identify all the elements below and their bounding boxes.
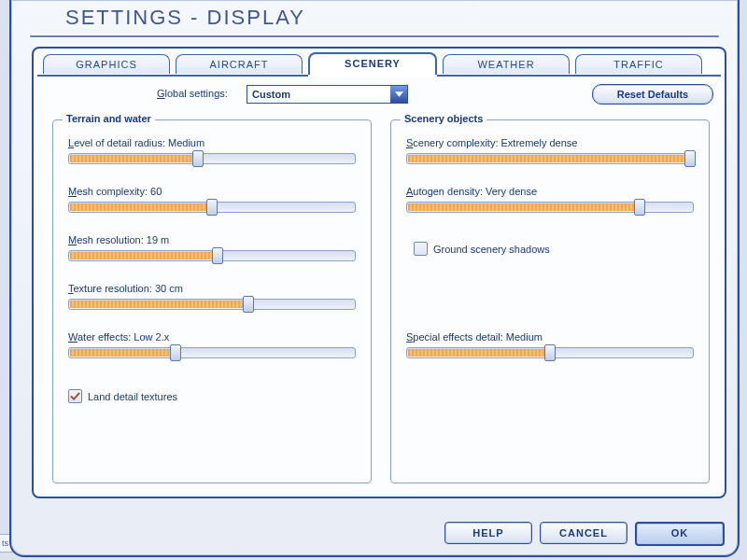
slider-label: Water effects: Low 2.x [68,331,356,343]
slider-thumb[interactable] [544,344,556,361]
window-title: SETTINGS - DISPLAY [65,6,305,30]
ground-scenery-shadows-checkbox[interactable]: Ground scenery shadows [414,242,550,256]
group-legend: Scenery objects [401,113,486,124]
slider-track[interactable] [68,200,356,213]
slider-track[interactable] [68,297,356,310]
tab-scenery[interactable]: SCENERY [308,52,437,75]
slider-label: Scenery complexity: Extremely dense [406,137,694,148]
scenery-slider-1: Autogen density: Very dense [406,186,694,213]
title-divider [30,35,719,37]
terrain-slider-1: Mesh complexity: 60 [68,186,356,213]
terrain-water-group: Terrain and water Level of detail radius… [52,119,372,483]
terrain-slider-2: Mesh resolution: 19 m [68,234,356,261]
slider-label: Texture resolution: 30 cm [68,283,356,294]
slider-thumb[interactable] [243,296,254,313]
special-effects-slider: Special effects detail: Medium [406,331,694,358]
settings-panel: GRAPHICSAIRCRAFTSCENERYWEATHERTRAFFIC Gl… [32,47,726,498]
global-settings-dropdown[interactable]: Custom [247,85,408,104]
slider-track[interactable] [68,345,356,358]
slider-track[interactable] [406,151,694,164]
tab-content-scenery: Global settings: Custom Reset Defaults T… [39,82,719,491]
scenery-objects-group: Scenery objects Scenery complexity: Extr… [390,119,710,483]
footer-buttons: HELP CANCEL OK [444,522,725,546]
slider-track[interactable] [406,200,694,213]
checkbox-label: Land detail textures [88,391,177,402]
chevron-down-icon [390,86,407,103]
slider-track[interactable] [68,151,356,164]
terrain-slider-3: Texture resolution: 30 cm [68,283,356,310]
slider-thumb[interactable] [192,150,204,167]
settings-window: SETTINGS - DISPLAY GRAPHICSAIRCRAFTSCENE… [9,0,740,557]
slider-thumb[interactable] [684,150,696,167]
terrain-slider-0: Level of detail radius: Medium [68,137,356,164]
tab-traffic[interactable]: TRAFFIC [575,54,702,74]
checkbox-label: Ground scenery shadows [433,244,550,255]
tab-aircraft[interactable]: AIRCRAFT [176,54,303,74]
slider-thumb[interactable] [170,344,181,361]
slider-track[interactable] [68,248,356,261]
terrain-slider-4: Water effects: Low 2.x [68,331,356,358]
tab-graphics[interactable]: GRAPHICS [43,54,170,74]
ok-button[interactable]: OK [635,522,725,546]
slider-label: Autogen density: Very dense [406,186,694,197]
tab-underline [37,75,721,77]
slider-label: Mesh complexity: 60 [68,186,356,197]
slider-thumb[interactable] [212,247,223,264]
slider-thumb[interactable] [634,199,645,216]
slider-thumb[interactable] [206,199,218,216]
global-settings-label: Global settings: [157,88,228,99]
reset-defaults-button[interactable]: Reset Defaults [592,84,713,105]
cancel-button[interactable]: CANCEL [540,522,627,544]
group-legend: Terrain and water [63,113,155,124]
scenery-slider-0: Scenery complexity: Extremely dense [406,137,694,164]
checkbox-icon [414,242,428,256]
slider-label: Level of detail radius: Medium [68,137,356,148]
slider-label: Special effects detail: Medium [406,331,694,343]
tab-bar: GRAPHICSAIRCRAFTSCENERYWEATHERTRAFFIC [43,54,702,75]
slider-label: Mesh resolution: 19 m [68,234,356,245]
dropdown-value: Custom [252,89,290,100]
land-detail-textures-checkbox[interactable]: Land detail textures [68,389,177,403]
tab-weather[interactable]: WEATHER [443,54,570,74]
slider-track[interactable] [406,345,694,358]
help-button[interactable]: HELP [444,522,532,544]
checkbox-icon [68,389,82,403]
